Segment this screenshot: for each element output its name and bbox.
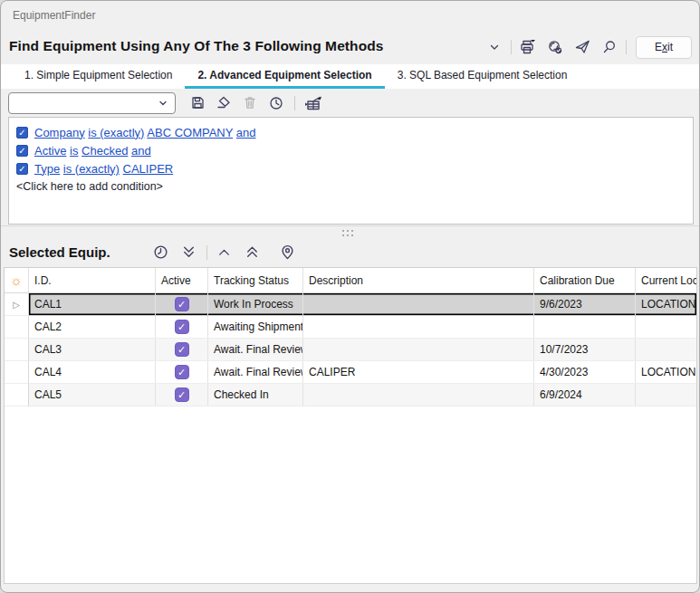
active-checkbox[interactable]: ✓ [175, 387, 189, 402]
active-checkbox[interactable]: ✓ [175, 365, 189, 379]
cell-description[interactable] [303, 339, 534, 360]
query-history-icon[interactable] [265, 92, 287, 114]
column-header-id[interactable]: I.D. [29, 268, 156, 292]
condition-conjunction-link[interactable]: and [131, 144, 151, 158]
row-cells[interactable]: CAL4 ✓ Await. Final Review CALIPER 4/30/… [29, 361, 696, 384]
tab-advanced-equipment-selection[interactable]: 2. Advanced Equipment Selection [185, 64, 384, 89]
column-header-tracking-status[interactable]: Tracking Status [208, 268, 303, 292]
saved-query-combobox[interactable] [8, 92, 176, 114]
cell-tracking-status[interactable]: Awaiting Shipment [208, 316, 303, 338]
tab-simple-equipment-selection[interactable]: 1. Simple Equipment Selection [12, 64, 185, 89]
table-row[interactable]: CAL3 ✓ Await. Final Review 10/7/2023 [5, 339, 696, 361]
location-pin-icon[interactable] [277, 242, 299, 263]
row-selector[interactable] [5, 339, 29, 361]
collapse-chevron-icon[interactable] [484, 36, 505, 58]
header-actions: Exit [484, 34, 692, 60]
cell-tracking-status[interactable]: Await. Final Review [208, 361, 303, 383]
column-header-current-location[interactable]: Current Location [636, 268, 696, 292]
cell-current-location[interactable] [636, 316, 696, 338]
condition-field-link[interactable]: Type [34, 162, 60, 176]
send-icon[interactable] [571, 36, 593, 58]
row-selector[interactable] [5, 361, 29, 384]
chevron-down-icon [158, 98, 168, 109]
cell-id[interactable]: CAL3 [29, 339, 156, 360]
cell-current-location[interactable] [636, 339, 696, 360]
active-checkbox[interactable]: ✓ [175, 297, 189, 311]
add-condition-link[interactable]: <Click here to add condition> [16, 180, 163, 193]
cell-tracking-status[interactable]: Checked In [208, 384, 303, 406]
condition-field-link[interactable]: Active [34, 144, 66, 158]
condition-text: Type is (exactly) CALIPER [34, 162, 173, 176]
cell-active: ✓ [156, 316, 208, 338]
condition-text: Company is (exactly) ABC COMPANY and [34, 126, 256, 139]
splitter-line [1, 225, 699, 226]
save-query-icon[interactable] [187, 92, 208, 114]
cell-calibration-due[interactable]: 4/30/2023 [534, 361, 636, 383]
row-selector[interactable] [5, 384, 29, 406]
table-row[interactable]: ▷ CAL1 ✓ Work In Process 9/6/2023 LOCATI… [5, 293, 696, 316]
splitter-grip[interactable] [342, 230, 353, 236]
cell-calibration-due[interactable]: 10/7/2023 [534, 339, 636, 360]
row-cells[interactable]: CAL2 ✓ Awaiting Shipment [29, 316, 696, 339]
clear-conditions-icon[interactable] [213, 92, 235, 114]
condition-field-link[interactable]: Company [34, 126, 85, 139]
cell-tracking-status[interactable]: Work In Process [208, 293, 303, 315]
table-row[interactable]: CAL2 ✓ Awaiting Shipment [5, 316, 696, 339]
cell-description[interactable] [303, 384, 534, 406]
condition-conjunction-link[interactable]: and [236, 126, 256, 139]
cell-description[interactable] [303, 293, 534, 315]
equipment-finder-window: EquipmentFinder Find Equipment Using Any… [0, 0, 700, 593]
separator [511, 40, 512, 54]
condition-value-link[interactable]: ABC COMPANY [147, 126, 233, 139]
row-cells[interactable]: CAL3 ✓ Await. Final Review 10/7/2023 [29, 339, 696, 361]
column-header-active[interactable]: Active [156, 268, 208, 292]
query-toolbar [1, 89, 699, 117]
move-up-icon[interactable] [214, 242, 235, 263]
cell-id[interactable]: CAL4 [29, 361, 156, 383]
cell-id[interactable]: CAL1 [29, 293, 156, 315]
separator [206, 245, 207, 260]
row-selector[interactable] [5, 316, 29, 339]
condition-value-link[interactable]: CALIPER [123, 162, 174, 176]
cell-id[interactable]: CAL5 [29, 384, 156, 406]
history-icon[interactable] [150, 242, 172, 263]
condition-checkbox[interactable]: ✓ [16, 127, 28, 139]
condition-operator-link[interactable]: is (exactly) [63, 162, 120, 176]
condition-operator-link[interactable]: is [70, 144, 78, 158]
cell-description[interactable] [303, 316, 534, 338]
print-icon[interactable] [517, 36, 539, 58]
cell-tracking-status[interactable]: Await. Final Review [208, 339, 303, 360]
gear-check-icon[interactable] [544, 36, 566, 58]
cell-calibration-due[interactable]: 6/9/2024 [534, 384, 636, 406]
exit-button[interactable]: Exit [636, 36, 692, 59]
condition-checkbox[interactable]: ✓ [16, 163, 28, 175]
condition-value-link[interactable]: Checked [82, 144, 128, 158]
column-header-description[interactable]: Description [303, 268, 534, 292]
active-checkbox[interactable]: ✓ [175, 320, 189, 334]
tab-sql-based-equipment-selection[interactable]: 3. SQL Based Equipment Selection [385, 64, 580, 89]
run-query-to-grid-icon[interactable] [302, 92, 324, 114]
move-down-all-icon[interactable] [178, 242, 200, 263]
row-selector[interactable]: ▷ [5, 293, 29, 316]
delete-query-icon[interactable] [239, 92, 261, 114]
cell-calibration-due[interactable]: 9/6/2023 [534, 293, 636, 315]
active-checkbox[interactable]: ✓ [175, 342, 189, 357]
cell-current-location[interactable]: LOCATION 1 [636, 293, 696, 315]
move-up-all-icon[interactable] [242, 242, 264, 263]
table-row[interactable]: CAL4 ✓ Await. Final Review CALIPER 4/30/… [5, 361, 696, 384]
condition-operator-link[interactable]: is (exactly) [88, 126, 144, 139]
column-chooser-sun-icon[interactable]: ☼ [5, 268, 29, 292]
search-icon[interactable] [599, 36, 620, 58]
cell-id[interactable]: CAL2 [29, 316, 156, 338]
cell-current-location[interactable]: LOCATION 1 [636, 361, 696, 383]
condition-checkbox[interactable]: ✓ [16, 145, 28, 157]
cell-current-location[interactable] [636, 384, 696, 406]
table-row[interactable]: CAL5 ✓ Checked In 6/9/2024 [5, 384, 696, 406]
cell-calibration-due[interactable] [534, 316, 636, 338]
column-header-calibration-due[interactable]: Calibration Due [534, 268, 636, 292]
cell-description[interactable]: CALIPER [303, 361, 534, 383]
row-cells[interactable]: CAL5 ✓ Checked In 6/9/2024 [29, 384, 696, 406]
row-cells[interactable]: CAL1 ✓ Work In Process 9/6/2023 LOCATION… [29, 293, 696, 316]
results-section-title: Selected Equip. [9, 244, 110, 260]
results-section-bar: Selected Equip. [1, 237, 699, 267]
